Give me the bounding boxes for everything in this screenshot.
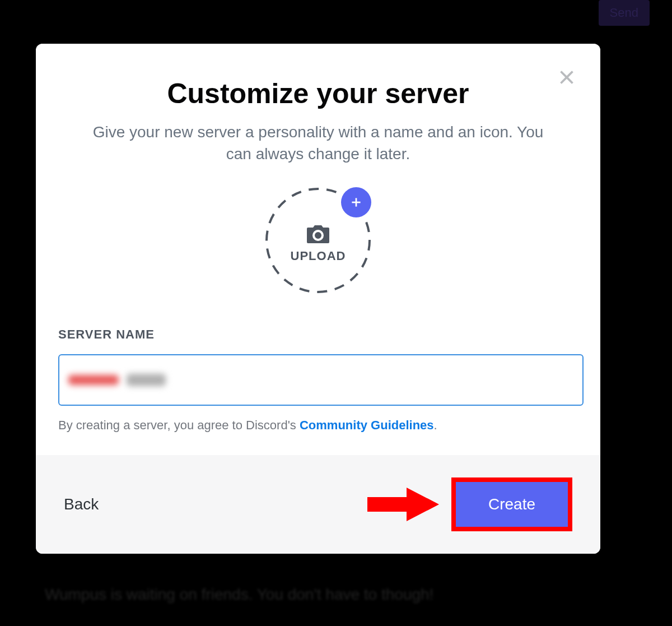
create-button[interactable]: Create [456, 482, 568, 527]
upload-zone: UPLOAD [58, 187, 578, 294]
modal-title: Customize your server [58, 77, 578, 110]
terms-suffix: . [434, 418, 437, 432]
arrow-icon [367, 485, 440, 524]
close-button[interactable] [556, 66, 578, 89]
back-button[interactable]: Back [64, 495, 99, 513]
server-name-group: SERVER NAME By creating a server, you ag… [58, 327, 584, 433]
server-name-label: SERVER NAME [58, 327, 584, 342]
annotation-arrow [367, 485, 440, 524]
svg-marker-5 [367, 488, 439, 521]
plus-icon [349, 195, 363, 210]
modal-body: Customize your server Give your new serv… [36, 44, 600, 455]
footer-right: Create [367, 477, 572, 531]
plus-badge [341, 187, 371, 217]
upload-avatar-button[interactable]: UPLOAD [265, 187, 371, 294]
customize-server-modal: Customize your server Give your new serv… [36, 44, 600, 554]
input-wrapper [58, 354, 584, 406]
background-wumpus-text: Wumpus is waiting on friends. You don't … [45, 586, 433, 604]
background-send-button: Send [599, 0, 650, 26]
modal-subtitle: Give your new server a personality with … [86, 121, 550, 165]
upload-label: UPLOAD [291, 249, 346, 263]
terms-prefix: By creating a server, you agree to Disco… [58, 418, 300, 432]
modal-footer: Back Create [36, 455, 600, 554]
close-icon [557, 67, 577, 87]
terms-text: By creating a server, you agree to Disco… [58, 418, 584, 433]
create-button-highlight: Create [451, 477, 572, 531]
community-guidelines-link[interactable]: Community Guidelines [300, 418, 434, 432]
server-name-input[interactable] [58, 354, 584, 406]
